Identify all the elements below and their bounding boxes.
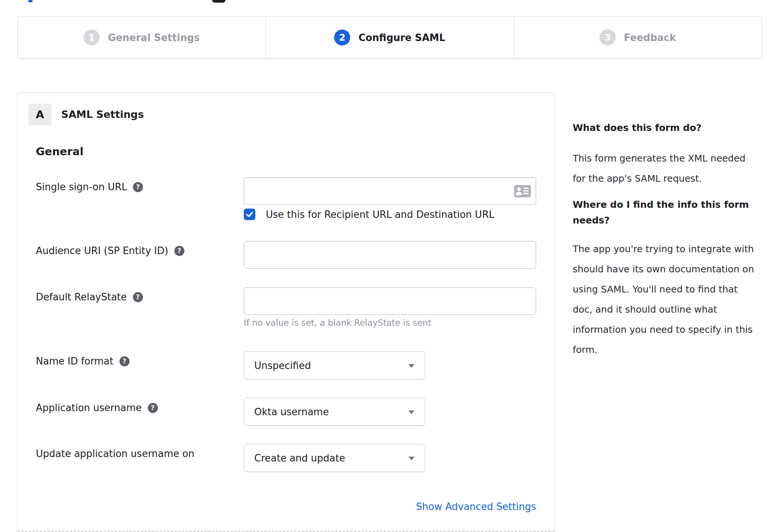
help-icon[interactable]: ? (174, 246, 184, 256)
sso-url-label-text: Single sign-on URL (36, 181, 127, 193)
configure-saml-page: 1 General Settings 2 Configure SAML 3 Fe… (0, 0, 781, 532)
caret-down-icon (408, 457, 414, 460)
default-relaystate-label: Default RelayState ? (36, 291, 143, 303)
update-username-label-text: Update application username on (36, 448, 195, 459)
application-username-value: Okta username (254, 406, 329, 417)
caret-down-icon (408, 364, 414, 368)
step-1-circle: 1 (84, 29, 100, 46)
sidebar-body-where: The app you're trying to integrate with … (573, 239, 754, 360)
name-id-format-select[interactable]: Unspecified (244, 351, 425, 379)
name-id-format-value: Unspecified (254, 360, 311, 371)
address-card-icon[interactable] (514, 185, 531, 197)
step-feedback: 3 Feedback (514, 17, 762, 58)
step-1-label: General Settings (108, 32, 200, 43)
general-section-heading: General (36, 145, 84, 158)
show-advanced-settings-link[interactable]: Show Advanced Settings (244, 501, 536, 512)
step-general-settings: 1 General Settings (18, 17, 266, 58)
step-configure-saml: 2 Configure SAML (266, 17, 514, 58)
step-2-circle: 2 (334, 29, 350, 46)
update-username-select[interactable]: Create and update (244, 444, 425, 472)
name-id-format-label: Name ID format ? (36, 356, 130, 367)
step-2-label: Configure SAML (358, 32, 445, 43)
saml-settings-panel: A SAML Settings General Single sign-on U… (17, 93, 555, 532)
step-3-label: Feedback (624, 32, 676, 43)
application-username-select[interactable]: Okta username (244, 398, 425, 426)
sso-url-label: Single sign-on URL ? (36, 181, 143, 193)
sidebar-body-what: This form generates the XML needed for t… (573, 148, 746, 189)
help-icon[interactable]: ? (148, 403, 158, 413)
sso-url-input[interactable] (244, 177, 536, 205)
sidebar-heading-what: What does this form do? (573, 122, 701, 134)
clipped-black-icon (212, 0, 225, 3)
checkmark-icon (246, 210, 253, 218)
application-username-label: Application username ? (36, 402, 158, 413)
default-relaystate-input[interactable] (244, 287, 536, 315)
help-icon[interactable]: ? (133, 182, 143, 192)
recipient-url-checkbox[interactable] (244, 209, 255, 220)
recipient-url-checkbox-row: Use this for Recipient URL and Destinati… (244, 209, 494, 220)
section-a-badge: A (28, 104, 52, 125)
dashed-divider (18, 531, 554, 532)
audience-uri-input[interactable] (244, 241, 536, 269)
caret-down-icon (408, 410, 414, 414)
step-3-circle: 3 (600, 29, 616, 46)
wizard-stepper: 1 General Settings 2 Configure SAML 3 Fe… (18, 16, 762, 59)
update-username-label: Update application username on (36, 448, 195, 459)
update-username-value: Create and update (254, 453, 345, 464)
application-username-label-text: Application username (36, 402, 142, 413)
audience-uri-label-text: Audience URI (SP Entity ID) (36, 245, 168, 256)
relaystate-hint: If no value is set, a blank RelayState i… (244, 318, 431, 328)
panel-title: SAML Settings (61, 109, 144, 120)
audience-uri-label: Audience URI (SP Entity ID) ? (36, 245, 184, 256)
clipped-blue-element (28, 0, 32, 2)
name-id-format-label-text: Name ID format (36, 356, 113, 367)
default-relaystate-label-text: Default RelayState (36, 291, 127, 303)
help-icon[interactable]: ? (133, 292, 143, 302)
recipient-url-checkbox-label: Use this for Recipient URL and Destinati… (266, 209, 494, 220)
sidebar-heading-where: Where do I find the info this form needs… (573, 197, 749, 228)
help-icon[interactable]: ? (119, 356, 130, 366)
